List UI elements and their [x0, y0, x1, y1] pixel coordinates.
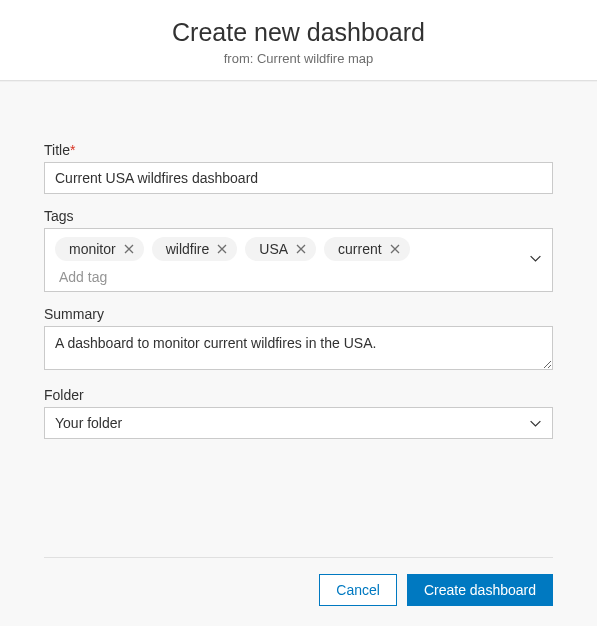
- tag-remove-button[interactable]: [296, 244, 306, 254]
- tag-label: current: [338, 241, 382, 257]
- folder-select[interactable]: Your folder: [44, 407, 553, 439]
- close-icon: [124, 244, 134, 254]
- dialog-footer: Cancel Create dashboard: [44, 557, 553, 606]
- close-icon: [390, 244, 400, 254]
- tag-remove-button[interactable]: [217, 244, 227, 254]
- create-dashboard-button[interactable]: Create dashboard: [407, 574, 553, 606]
- title-label-text: Title: [44, 142, 70, 158]
- tag-remove-button[interactable]: [390, 244, 400, 254]
- summary-label: Summary: [44, 306, 553, 322]
- title-input[interactable]: [44, 162, 553, 194]
- tag-label: wildfire: [166, 241, 210, 257]
- tag-pill: current: [324, 237, 410, 261]
- add-tag-input[interactable]: [55, 265, 542, 285]
- chevron-down-icon: [529, 417, 542, 430]
- tags-label: Tags: [44, 208, 553, 224]
- tags-row: monitorwildfireUSAcurrent: [55, 237, 542, 261]
- folder-field: Folder Your folder: [44, 387, 553, 439]
- dialog-header: Create new dashboard from: Current wildf…: [0, 0, 597, 81]
- subtitle-source: Current wildfire map: [257, 51, 373, 66]
- tag-remove-button[interactable]: [124, 244, 134, 254]
- folder-selected-value: Your folder: [55, 415, 122, 431]
- tag-label: monitor: [69, 241, 116, 257]
- close-icon: [296, 244, 306, 254]
- tags-dropdown-toggle[interactable]: [529, 252, 542, 268]
- tag-pill: USA: [245, 237, 316, 261]
- form-area: Title* Tags monitorwildfireUSAcurrent Su…: [44, 142, 553, 547]
- tag-label: USA: [259, 241, 288, 257]
- dialog-title: Create new dashboard: [0, 18, 597, 47]
- folder-label: Folder: [44, 387, 553, 403]
- subtitle-prefix: from:: [224, 51, 257, 66]
- tags-field: Tags monitorwildfireUSAcurrent: [44, 208, 553, 292]
- cancel-button[interactable]: Cancel: [319, 574, 397, 606]
- summary-textarea[interactable]: [44, 326, 553, 370]
- title-field: Title*: [44, 142, 553, 194]
- close-icon: [217, 244, 227, 254]
- tags-input-box[interactable]: monitorwildfireUSAcurrent: [44, 228, 553, 292]
- chevron-down-icon: [529, 252, 542, 265]
- summary-field: Summary: [44, 306, 553, 373]
- dialog-body: Title* Tags monitorwildfireUSAcurrent Su…: [0, 81, 597, 626]
- tag-pill: monitor: [55, 237, 144, 261]
- dialog-subtitle: from: Current wildfire map: [0, 51, 597, 66]
- tag-pill: wildfire: [152, 237, 238, 261]
- title-label: Title*: [44, 142, 553, 158]
- required-mark: *: [70, 142, 75, 158]
